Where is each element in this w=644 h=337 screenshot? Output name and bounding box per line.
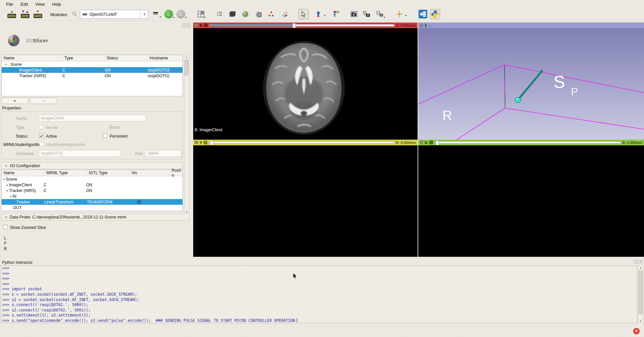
io-row-imagerclient[interactable]: ▸ ImagerClient C ON: [2, 182, 182, 188]
threed-view[interactable]: S P R: [418, 28, 644, 140]
menu-file[interactable]: File: [3, 1, 16, 8]
server-radio-label[interactable]: Server: [46, 125, 58, 130]
use-streaming-volume-checkbox[interactable]: [39, 142, 44, 146]
col-type[interactable]: Type: [62, 55, 105, 61]
name-field[interactable]: ImagerClient: [39, 115, 146, 122]
slider-handle[interactable]: [436, 140, 439, 145]
green-slice-controller[interactable]: G A: 0.000mm: [418, 140, 644, 145]
connector-row-imagerclient[interactable]: ImagerClient C ON raspiDOT03.: [2, 67, 182, 73]
persistent-checkbox[interactable]: [103, 134, 107, 138]
load-dicom-icon[interactable]: ▼▲DCM: [20, 9, 30, 19]
io-col-igtl-type[interactable]: IGTL Type: [87, 170, 129, 176]
io-row-out[interactable]: OUT: [2, 205, 182, 210]
active-checkbox[interactable]: ✔: [39, 134, 44, 138]
client-radio-label[interactable]: Client: [110, 125, 120, 130]
yellow-slice-view[interactable]: [193, 145, 418, 257]
scrollbar-thumb[interactable]: [185, 59, 189, 76]
layout-caret-icon[interactable]: ▼: [203, 16, 206, 19]
connector-row-scene[interactable]: ▾ Scene: [2, 61, 182, 67]
window-level-icon[interactable]: [331, 9, 341, 19]
add-connector-button[interactable]: +: [1, 98, 28, 104]
module-history-icon[interactable]: [152, 9, 160, 19]
yellow-slice-controller[interactable]: Y R: 0.000mm: [193, 140, 418, 145]
green-slice-slider[interactable]: [435, 141, 621, 144]
col-hostname[interactable]: Hostname: [148, 55, 182, 61]
threed-view-controller[interactable]: 1 ☼: [418, 22, 644, 28]
panel-close-icon[interactable]: ✕: [186, 23, 191, 28]
crosshair-caret-icon[interactable]: ▼: [405, 14, 407, 17]
io-row-tracker-nirs[interactable]: ▾ Tracker (NIRS) C ON: [2, 188, 182, 193]
back-history-caret-icon[interactable]: ▼: [172, 16, 175, 19]
scene-capture-icon[interactable]: [362, 9, 372, 19]
show-zoomed-slice-label[interactable]: Show Zoomed Slice: [10, 225, 46, 230]
module-selector[interactable]: OpenIGTLinkIF ▼: [80, 10, 148, 19]
green-slice-view[interactable]: [418, 145, 644, 257]
place-fiducial-icon[interactable]: [313, 9, 323, 19]
expander-icon[interactable]: ▾: [9, 195, 12, 198]
show-zoomed-slice-checkbox[interactable]: [3, 225, 8, 229]
active-checkbox-label[interactable]: Active: [46, 134, 57, 139]
red-slice-view[interactable]: B: ImagerClient: [193, 28, 418, 140]
center-view-icon[interactable]: ☼: [428, 23, 432, 28]
python-console[interactable]: >>> >>> >>> >>> >>> import socket >>> s …: [1, 266, 637, 323]
models-sphere-icon[interactable]: [240, 9, 250, 19]
menu-view[interactable]: View: [32, 1, 48, 8]
scene-restore-caret-icon[interactable]: ▼: [383, 16, 386, 19]
slider-handle[interactable]: [292, 23, 296, 28]
module-list-icon[interactable]: [215, 9, 225, 19]
data-probe-header[interactable]: ▾ Data Probe: C:/dev/explora/20Noviemb..…: [1, 213, 189, 221]
volume-cube-icon[interactable]: [227, 9, 237, 19]
module-history-caret-icon[interactable]: ▼: [159, 15, 162, 18]
slider-handle[interactable]: [210, 140, 213, 145]
ruler-icon[interactable]: [280, 9, 290, 19]
col-name[interactable]: Name: [2, 55, 62, 61]
persistent-checkbox-label[interactable]: Persistent: [110, 134, 127, 139]
slice-link-icon[interactable]: [429, 141, 433, 144]
crosshair-icon[interactable]: [394, 9, 405, 19]
extensions-icon[interactable]: [418, 9, 428, 19]
expander-icon[interactable]: ▸: [6, 183, 9, 187]
io-configuration-header[interactable]: ▾ I/O Configuration: [1, 162, 183, 169]
col-status[interactable]: Status: [105, 55, 148, 61]
slice-layers-icon[interactable]: [254, 9, 264, 19]
fiducials-icon[interactable]: [266, 9, 276, 19]
io-row-in[interactable]: ▾ IN: [2, 193, 182, 199]
port-field[interactable]: 18945: [145, 150, 181, 157]
module-panel-scrollbar[interactable]: ▲ ▼: [184, 55, 189, 214]
error-indicator-close-icon[interactable]: ✕: [633, 328, 640, 334]
io-row-tracker[interactable]: Tracker LinearTransform TRANSFORM: [2, 199, 182, 205]
pin-icon[interactable]: [420, 141, 423, 144]
mouse-pointer-icon[interactable]: [299, 9, 309, 19]
menu-edit[interactable]: Edit: [17, 1, 31, 8]
io-col-mrml-type[interactable]: MRML Type: [44, 170, 87, 176]
io-col-name[interactable]: Name: [2, 170, 44, 176]
pin-icon[interactable]: [420, 24, 423, 27]
io-col-vis[interactable]: Vis: [129, 170, 170, 176]
yellow-slice-slider[interactable]: [209, 141, 394, 144]
python-icon[interactable]: [430, 9, 440, 19]
load-data-icon[interactable]: ▲DATA: [7, 9, 17, 19]
red-slice-slider[interactable]: [209, 24, 394, 27]
slice-link-icon[interactable]: [204, 141, 207, 144]
scrollbar-thumb[interactable]: [639, 271, 643, 314]
io-col-push[interactable]: Push o: [170, 170, 182, 176]
search-icon[interactable]: [70, 9, 80, 19]
red-slice-controller[interactable]: R S: 0.000mm: [193, 22, 418, 28]
panel-undock-icon[interactable]: ◻: [182, 23, 186, 28]
visibility-icon[interactable]: [137, 200, 141, 204]
io-row-scene[interactable]: ▾ Scene: [2, 176, 182, 182]
forward-history-caret-icon[interactable]: ▼: [184, 16, 187, 19]
remove-connector-button[interactable]: -: [30, 98, 57, 104]
console-scrollbar[interactable]: ▲ ▼: [638, 266, 643, 323]
place-mode-caret-icon[interactable]: ▼: [323, 14, 326, 17]
server-radio[interactable]: [39, 125, 44, 129]
screenshot-icon[interactable]: [349, 9, 359, 19]
connector-row-tracker[interactable]: Tracker (NIRS) C ON raspiDOT02.: [2, 73, 182, 79]
expander-icon[interactable]: ▾: [2, 178, 6, 181]
menu-help[interactable]: Help: [49, 1, 64, 8]
save-icon[interactable]: ▼SAVE: [33, 9, 43, 19]
slice-link-icon[interactable]: [204, 23, 208, 27]
expander-icon[interactable]: ▾: [6, 189, 9, 192]
python-panel-close-icon[interactable]: ✕: [639, 260, 643, 264]
expander-icon[interactable]: ▾: [4, 63, 8, 66]
